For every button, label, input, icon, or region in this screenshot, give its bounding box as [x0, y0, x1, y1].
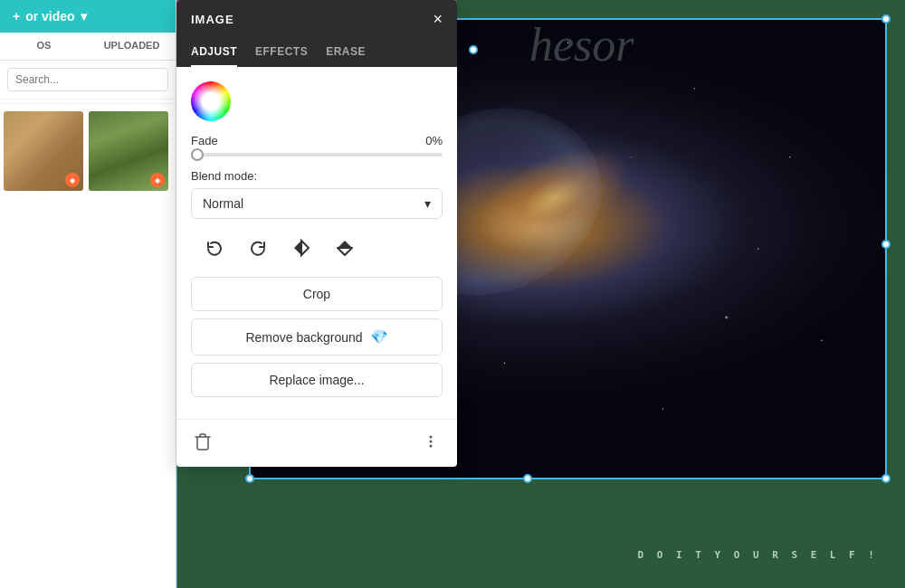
canvas-decorative-text: hesor: [529, 18, 634, 71]
selection-handle-tr[interactable]: [881, 14, 891, 24]
blend-mode-label: Blend mode:: [191, 169, 443, 183]
rotate-cw-button[interactable]: [242, 232, 274, 264]
gem-icon: 💎: [370, 328, 388, 346]
panel-title: IMAGE: [191, 13, 234, 26]
color-wheel-inner: [191, 81, 231, 121]
transform-row: [191, 232, 443, 264]
canvas-bottom-text: D O I T Y O U R S E L F !: [637, 549, 878, 561]
sidebar-search-container: [0, 61, 176, 100]
sketch-badge: ◆: [150, 173, 165, 187]
fade-value: 0%: [425, 134, 443, 147]
blend-mode-value: Normal: [203, 196, 243, 211]
delete-button[interactable]: [191, 429, 214, 458]
sketch-badge: ◆: [65, 173, 80, 187]
fade-row: Fade 0%: [191, 134, 443, 147]
plus-icon: +: [13, 9, 20, 24]
tab-os[interactable]: OS: [0, 33, 88, 60]
more-options-button[interactable]: [419, 430, 443, 457]
search-input[interactable]: [7, 68, 168, 91]
panel-header: IMAGE ×: [176, 0, 457, 38]
panel-footer: [176, 419, 457, 467]
selection-handle-bm[interactable]: [523, 474, 532, 483]
tab-effects[interactable]: EFFECTS: [255, 38, 308, 67]
svg-marker-1: [301, 241, 309, 255]
panel-body: Fade 0% Blend mode: Normal ▾: [176, 67, 457, 419]
panel-close-button[interactable]: ×: [433, 11, 443, 27]
sidebar-tabs: OS UPLOADED: [0, 33, 176, 61]
selection-handle-mr[interactable]: [881, 240, 891, 249]
list-item[interactable]: ◆: [4, 111, 83, 191]
svg-point-5: [430, 441, 433, 443]
list-item[interactable]: ◆: [89, 111, 168, 191]
svg-marker-3: [338, 248, 352, 255]
tab-uploaded[interactable]: UPLOADED: [88, 33, 176, 60]
replace-image-label: Replace image...: [269, 373, 364, 387]
svg-marker-2: [338, 241, 352, 248]
fade-label: Fade: [191, 134, 218, 147]
selection-handle-top[interactable]: [469, 45, 478, 54]
tab-erase[interactable]: ERASE: [326, 38, 366, 67]
crop-button[interactable]: Crop: [191, 277, 443, 311]
chevron-down-icon: ▾: [424, 196, 431, 211]
svg-point-4: [430, 436, 433, 439]
flip-vertical-button[interactable]: [329, 232, 361, 264]
fade-slider[interactable]: [191, 153, 443, 156]
add-media-button[interactable]: + or video ▾: [0, 0, 176, 33]
flip-horizontal-button[interactable]: [285, 232, 318, 264]
blend-mode-select[interactable]: Normal ▾: [191, 188, 443, 219]
divider: [0, 103, 176, 104]
add-media-label: or video: [25, 9, 74, 24]
tab-adjust[interactable]: ADJUST: [191, 38, 237, 67]
crop-label: Crop: [303, 287, 330, 301]
selection-handle-br[interactable]: [881, 474, 891, 483]
rotate-ccw-button[interactable]: [198, 232, 231, 264]
image-panel: IMAGE × ADJUST EFFECTS ERASE Fade 0% Ble…: [176, 0, 457, 467]
fade-thumb[interactable]: [191, 148, 204, 161]
remove-background-label: Remove background: [245, 330, 362, 345]
panel-tabs: ADJUST EFFECTS ERASE: [176, 38, 457, 67]
replace-image-button[interactable]: Replace image...: [191, 363, 443, 397]
sidebar-images-grid: ◆ ◆: [0, 108, 176, 588]
chevron-down-icon: ▾: [81, 9, 87, 24]
left-sidebar: + or video ▾ OS UPLOADED ◆ ◆: [0, 0, 176, 588]
svg-marker-0: [294, 241, 301, 255]
remove-background-button[interactable]: Remove background 💎: [191, 318, 443, 356]
svg-point-6: [430, 445, 433, 448]
color-wheel[interactable]: [191, 81, 231, 121]
selection-handle-bl[interactable]: [245, 474, 254, 483]
